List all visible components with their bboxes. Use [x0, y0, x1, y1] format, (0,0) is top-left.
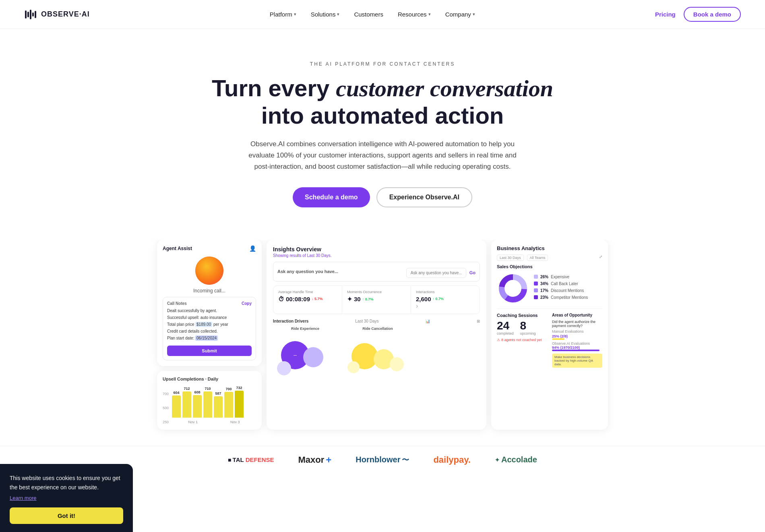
cookie-message: This website uses cookies to ensure you …	[10, 474, 123, 481]
hero-subtitle: Observe.AI combines conversation intelli…	[246, 139, 519, 172]
ask-input-row: Go	[406, 268, 476, 278]
svg-rect-1	[27, 12, 29, 17]
legend-competitor: 23% Competitor Mentions	[534, 295, 602, 300]
drivers-period: Last 30 Days	[355, 319, 378, 323]
donut-section: 26% Expensive 34% Call Back Later 17% Di…	[497, 272, 602, 304]
manual-label: Manual Evaluations	[552, 329, 602, 333]
bubble-chart-section: Ride Experience — Ride Cancellation	[273, 327, 480, 381]
bar-7: 732	[235, 386, 244, 418]
bar-3: 608	[193, 390, 202, 418]
legend-expensive: 26% Expensive	[534, 275, 602, 279]
sales-objections-title: Sales Objections	[497, 264, 602, 269]
business-analytics-card: Business Analytics Last 30 Days All Team…	[491, 240, 608, 430]
opp-title: Areas of Opportunity	[552, 313, 602, 317]
ride-experience-bubbles: —	[273, 333, 337, 381]
opp-question: Did the agent authorize the payment corr…	[552, 320, 602, 328]
aht-icon: ⏱	[278, 296, 284, 302]
hero-eyebrow: THE AI PLATFORM FOR CONTACT CENTERS	[16, 61, 749, 67]
book-demo-button[interactable]: Book a demo	[684, 7, 741, 22]
moments-icon: ✦	[347, 296, 352, 303]
bubble-purple-md	[303, 347, 323, 367]
schedule-demo-button[interactable]: Schedule a demo	[293, 187, 370, 207]
agent-assist-title: Agent Assist	[163, 246, 192, 251]
insights-title: Insights Overview	[273, 246, 480, 253]
ride-cancellation-label: Ride Cancellation	[345, 327, 410, 331]
ride-cancellation-group: Ride Cancellation	[345, 327, 410, 381]
user-icon: 👤	[249, 245, 256, 252]
opportunity-section: Areas of Opportunity Did the agent autho…	[552, 313, 602, 368]
drivers-section: Interaction Drivers Last 30 Days 📊 ⊞ Rid…	[273, 319, 480, 381]
insights-card: Insights Overview Showing results of Las…	[267, 240, 486, 430]
observe-pct: 94% (1970/2100)	[552, 346, 602, 350]
coaching-numbers: 24 completed 8 upcoming	[497, 320, 547, 335]
nav-resources[interactable]: Resources ▾	[398, 11, 431, 18]
copy-button[interactable]: Copy	[242, 301, 252, 306]
nav-right: Pricing Book a demo	[655, 7, 741, 22]
logo[interactable]: OBSERVE·AI	[24, 8, 90, 21]
upcoming-label: upcoming	[520, 331, 536, 335]
dashboard-preview: Agent Assist 👤 Incoming call... Call Not…	[141, 240, 624, 446]
agent-assist-card: Agent Assist 👤 Incoming call... Call Not…	[157, 240, 262, 366]
upsell-title: Upsell Completions · Daily	[163, 377, 256, 381]
donut-svg	[497, 272, 529, 304]
ask-question-section: Ask any question you have... Go	[273, 262, 480, 282]
observe-bar	[552, 350, 602, 351]
interactions-label: Interactions	[416, 290, 475, 294]
manual-pct: 25% (2/8)	[552, 334, 602, 338]
upcoming-number: 8	[520, 320, 536, 331]
hero-section: THE AI PLATFORM FOR CONTACT CENTERS Turn…	[0, 29, 765, 240]
logo-taldefense: ■ TALDEFENSE	[228, 456, 274, 463]
biz-analytics-title: Business Analytics	[497, 245, 602, 251]
legend-callback: 34% Call Back Later	[534, 282, 602, 286]
aht-delta: ↓ 5.7%	[312, 297, 323, 301]
opp-cta: Make business decisions backed by high-v…	[552, 354, 602, 368]
date-highlight: 06/15/2024	[195, 335, 218, 341]
completed-number: 24	[497, 320, 514, 331]
chevron-down-icon: ▾	[294, 12, 296, 17]
ride-experience-label: Ride Experience	[273, 327, 337, 331]
observe-label: Observe.AI Evaluations	[552, 342, 602, 346]
coaching-title: Coaching Sessions	[497, 313, 547, 318]
metric-moments: Moments Occurrence ✦ 30 ↑ 0.7%	[342, 286, 411, 314]
nav-links: Platform ▾ Solutions ▾ Customers Resourc…	[270, 11, 475, 18]
filter-last30[interactable]: Last 30 Days	[497, 255, 524, 261]
svg-rect-3	[32, 12, 34, 17]
nav-solutions[interactable]: Solutions ▾	[311, 11, 340, 18]
nav-platform[interactable]: Platform ▾	[270, 11, 296, 18]
ask-go-button[interactable]: Go	[469, 270, 476, 275]
logo-icon	[24, 8, 37, 21]
upsell-card: Upsell Completions · Daily 700 500 250 6…	[157, 371, 262, 430]
bar-5: 587	[214, 391, 223, 418]
nav-company[interactable]: Company ▾	[445, 11, 475, 18]
drivers-title: Interaction Drivers	[273, 319, 308, 323]
submit-button[interactable]: Submit	[167, 346, 252, 356]
bar-chart: 604 712 608 710	[172, 385, 256, 418]
metrics-row: Average Handle Time ⏱ 00:08:09 ↓ 5.7% Mo…	[273, 286, 480, 314]
alert-icon: ⚠	[497, 338, 500, 342]
ride-cancellation-bubbles	[345, 333, 410, 381]
pricing-link[interactable]: Pricing	[655, 11, 676, 18]
bar-2: 712	[182, 387, 191, 418]
manual-bar	[552, 338, 602, 340]
svg-rect-0	[25, 10, 27, 19]
logo-maxor: Maxor+	[298, 454, 331, 466]
bar-1: 604	[172, 391, 181, 418]
bar-6: 700	[224, 387, 233, 418]
coaching-alert: ⚠ 8 agents not coached yet	[497, 338, 547, 342]
logo-text: OBSERVE·AI	[41, 10, 90, 19]
note-5: Plan start date: 06/15/2024	[167, 335, 252, 341]
call-notes-title: Call Notes	[167, 301, 187, 306]
chevron-down-icon: ▾	[473, 12, 475, 17]
table-icon: ⊞	[477, 319, 480, 323]
nav-customers[interactable]: Customers	[354, 11, 383, 18]
expand-icon[interactable]: ⤢	[599, 255, 602, 261]
cookie-banner: This website uses cookies to ensure you …	[0, 464, 133, 481]
ask-input-field[interactable]	[406, 268, 466, 278]
filter-allteams[interactable]: All Teams	[527, 255, 548, 261]
experience-button[interactable]: Experience Observe.AI	[376, 187, 472, 207]
bubble-yellow-xs	[347, 361, 360, 373]
metric-aht: Average Handle Time ⏱ 00:08:09 ↓ 5.7%	[273, 286, 342, 314]
divider-1	[497, 308, 602, 309]
bubble-purple-sm	[277, 361, 291, 375]
note-4: Credit card details collected.	[167, 329, 252, 334]
